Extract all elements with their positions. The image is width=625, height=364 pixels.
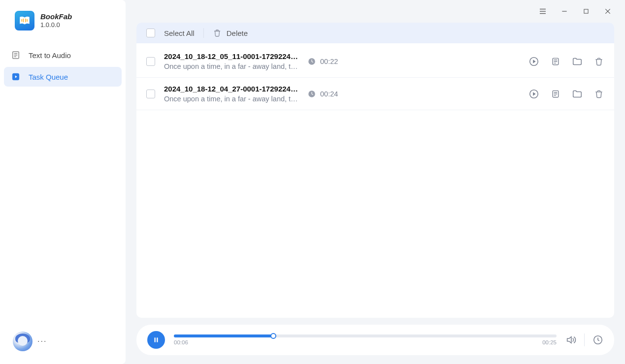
sidebar: BookFab 1.0.0.0 Text to Audio Task Queue… — [0, 0, 126, 364]
list-header: Select All Delete — [136, 23, 614, 43]
folder-icon[interactable] — [572, 89, 583, 99]
row-duration: 00:24 — [307, 90, 376, 98]
maximize-button[interactable] — [578, 3, 594, 20]
play-icon[interactable] — [528, 56, 539, 67]
delete-button[interactable]: Delete — [213, 29, 248, 37]
select-all-checkbox[interactable] — [146, 29, 155, 37]
app-title: BookFab — [40, 12, 72, 21]
pause-button[interactable] — [147, 331, 165, 349]
row-duration: 00:22 — [307, 57, 376, 66]
svg-rect-29 — [157, 337, 158, 342]
hamburger-icon[interactable] — [534, 3, 551, 20]
task-row: 2024_10_18-12_05_11-0001-1729224311-2121… — [136, 45, 614, 78]
doc-icon — [11, 50, 21, 60]
audio-player: 00:06 00:25 — [136, 325, 614, 355]
progress-thumb[interactable] — [270, 333, 276, 339]
more-icon[interactable]: ··· — [37, 337, 47, 346]
sidebar-item-task-queue[interactable]: Task Queue — [4, 67, 122, 87]
brand: BookFab 1.0.0.0 — [0, 0, 126, 39]
sidebar-item-label: Task Queue — [29, 73, 68, 81]
select-all-label[interactable]: Select All — [164, 29, 195, 37]
app-version: 1.0.0.0 — [40, 21, 72, 29]
duration-text: 00:22 — [320, 58, 338, 65]
svg-rect-0 — [22, 19, 23, 22]
svg-rect-2 — [25, 19, 26, 23]
sidebar-item-label: Text to Audio — [29, 51, 71, 60]
trash-icon — [213, 29, 222, 37]
row-subtitle: Once upon a time, in a far - away land, … — [164, 62, 298, 70]
close-button[interactable] — [599, 3, 616, 20]
divider — [584, 334, 585, 346]
trash-icon[interactable] — [593, 89, 604, 99]
svg-rect-28 — [155, 337, 156, 342]
sidebar-nav: Text to Audio Task Queue — [0, 39, 126, 92]
task-list: Select All Delete 2024_10_18-12_05_11-00… — [136, 23, 614, 318]
minimize-button[interactable] — [556, 3, 573, 20]
task-row: 2024_10_18-12_04_27-0001-1729224267-4687… — [136, 78, 614, 110]
row-checkbox[interactable] — [146, 57, 155, 66]
row-checkbox[interactable] — [146, 90, 155, 98]
divider — [203, 28, 204, 38]
row-title: 2024_10_18-12_05_11-0001-1729224311-2121… — [164, 52, 298, 61]
progress-fill — [174, 334, 273, 337]
play-icon[interactable] — [528, 89, 539, 99]
sidebar-item-text-to-audio[interactable]: Text to Audio — [4, 45, 122, 65]
trash-icon[interactable] — [593, 56, 604, 67]
delete-label: Delete — [227, 29, 248, 37]
svg-rect-13 — [584, 9, 588, 13]
titlebar — [126, 0, 625, 23]
text-icon[interactable] — [550, 56, 561, 67]
duration-text: 00:24 — [320, 90, 338, 98]
volume-icon[interactable] — [565, 334, 576, 345]
clock-icon — [307, 57, 316, 66]
row-title: 2024_10_18-12_04_27-0001-1729224267-4687… — [164, 85, 298, 93]
sidebar-bottom: ··· — [0, 323, 126, 364]
time-total: 00:25 — [542, 339, 557, 345]
app-logo — [15, 11, 34, 30]
progress-bar[interactable] — [174, 334, 557, 337]
history-icon[interactable] — [592, 334, 603, 345]
queue-icon — [11, 72, 21, 82]
folder-icon[interactable] — [572, 56, 583, 67]
avatar[interactable] — [13, 332, 33, 351]
text-icon[interactable] — [550, 89, 561, 99]
svg-rect-1 — [23, 19, 24, 23]
main-area: Select All Delete 2024_10_18-12_05_11-00… — [126, 0, 625, 364]
svg-rect-3 — [27, 19, 28, 22]
time-current: 00:06 — [174, 339, 188, 345]
clock-icon — [307, 90, 316, 98]
row-subtitle: Once upon a time, in a far - away land, … — [164, 95, 298, 103]
